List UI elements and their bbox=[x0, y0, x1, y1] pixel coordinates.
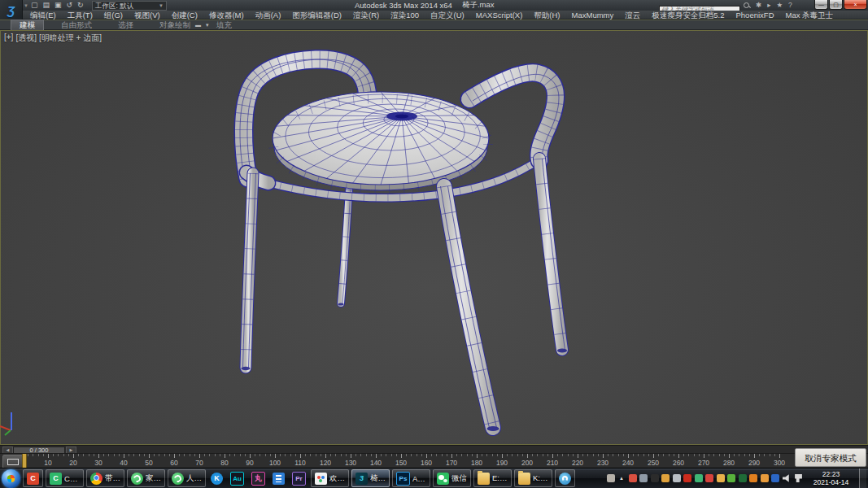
taskbar-button-椅子...[interactable]: 3椅子... bbox=[351, 469, 390, 487]
taskbar-button-带有...[interactable]: 带有... bbox=[86, 469, 124, 487]
timeline-tick bbox=[310, 454, 311, 456]
start-button[interactable] bbox=[2, 469, 20, 488]
clock-date: 2021-04-14 bbox=[809, 478, 853, 486]
timeline-tick bbox=[486, 454, 487, 456]
briefcase-icon[interactable] bbox=[607, 474, 615, 482]
timeline-tick-label: 70 bbox=[190, 459, 208, 467]
menu-item[interactable]: 渲染(R) bbox=[347, 11, 385, 20]
timeline-tick bbox=[638, 454, 639, 456]
ribbon-tab-自由形式[interactable]: 自由形式 bbox=[53, 20, 100, 30]
taskbar-button-label: 欢迎... bbox=[329, 473, 345, 484]
menu-item[interactable]: 组(G) bbox=[98, 11, 129, 20]
wrench-icon[interactable]: ✱ bbox=[756, 0, 761, 11]
wechat-icon bbox=[437, 473, 449, 485]
taskbar-button-欢迎...[interactable]: 欢迎... bbox=[311, 469, 349, 487]
menu-item[interactable]: 编辑(E) bbox=[24, 11, 62, 20]
folder-tray-icon[interactable] bbox=[717, 474, 725, 482]
pdf-icon[interactable] bbox=[683, 474, 691, 482]
menu-item[interactable]: 视图(V) bbox=[129, 11, 166, 20]
gear-icon[interactable] bbox=[639, 474, 648, 482]
ribbon-collapse-icon[interactable]: ▬ ▾ bbox=[195, 22, 210, 28]
black-app-icon[interactable] bbox=[651, 474, 659, 482]
menu-item[interactable]: 帮助(H) bbox=[528, 11, 565, 20]
time-slider-handle[interactable] bbox=[22, 454, 27, 468]
perspective-viewport[interactable]: [+] [透视] [明暗处理 + 边面] bbox=[0, 30, 868, 445]
taskbar-button-K:\录制[interactable]: K:\录制 bbox=[514, 469, 552, 487]
cancel-expert-mode-button[interactable]: 取消专家模式 bbox=[795, 448, 866, 467]
taskbar-button-premiere-icon[interactable]: Pr bbox=[290, 469, 308, 487]
viewport-menu-view[interactable]: [透视] bbox=[15, 33, 37, 44]
workspace-selector[interactable]: 工作区: 默认 ▼ bbox=[92, 1, 167, 11]
menu-item[interactable]: 工具(T) bbox=[62, 11, 98, 20]
ribbon-tab-建模[interactable]: 建模 bbox=[11, 20, 43, 30]
viewport-menu-plus[interactable]: [+] bbox=[4, 33, 13, 44]
potplayer-icon bbox=[559, 473, 571, 485]
orange-app-icon[interactable] bbox=[661, 474, 670, 482]
menu-item[interactable]: 修改器(M) bbox=[203, 11, 250, 20]
minimize-button[interactable]: — bbox=[814, 0, 828, 10]
menu-item[interactable]: 渲染100 bbox=[385, 11, 425, 20]
ball-red-icon[interactable] bbox=[629, 474, 637, 482]
taskbar-clock[interactable]: 22:23 2021-04-14 bbox=[809, 470, 853, 486]
taskbar-button-人民...[interactable]: 人民... bbox=[168, 469, 206, 487]
taskbar-button-E:\古...[interactable]: E:\古... bbox=[473, 469, 512, 487]
menu-item[interactable]: PhoenixFD bbox=[731, 11, 780, 20]
ribbon-tab-对象绘制[interactable]: 对象绘制 bbox=[151, 20, 198, 30]
taskbar-button-media-player-icon[interactable] bbox=[270, 469, 287, 487]
darkgreen-app-icon[interactable] bbox=[739, 474, 747, 482]
taskbar-button-微信[interactable]: 微信 bbox=[433, 469, 471, 487]
new-scene-icon[interactable]: ▢ bbox=[31, 0, 38, 11]
blue-circle-icon[interactable] bbox=[771, 474, 779, 482]
track-bar[interactable]: 1020304050607080901001101201301401501601… bbox=[0, 453, 868, 468]
menu-item[interactable]: MAXScript(X) bbox=[470, 11, 529, 20]
shield-icon[interactable] bbox=[761, 474, 769, 482]
viewport-menu-shading[interactable]: [明暗处理 + 边面] bbox=[39, 33, 102, 44]
ribbon-tab-填充[interactable]: 填充 bbox=[208, 20, 240, 30]
diamond-app-icon[interactable] bbox=[673, 474, 681, 482]
menu-item[interactable]: 动画(A) bbox=[250, 11, 287, 20]
favorites-star-icon[interactable]: ★ bbox=[776, 0, 783, 11]
taskbar-button-Camt...[interactable]: CCamt... bbox=[46, 469, 84, 487]
save-file-icon[interactable]: ▣ bbox=[55, 0, 62, 11]
pen-icon[interactable]: ▸ bbox=[767, 0, 770, 11]
maximize-button[interactable]: ▢ bbox=[829, 0, 843, 10]
taskbar-button-家具...[interactable]: 家具... bbox=[127, 469, 165, 487]
3dsmax-app-button[interactable]: Ʒ bbox=[0, 0, 23, 20]
help-icon[interactable]: ? bbox=[788, 0, 792, 11]
person-red-icon[interactable] bbox=[705, 474, 713, 482]
menu-item[interactable]: 自定义(U) bbox=[425, 11, 470, 20]
menu-item[interactable]: Max 杀毒卫士 bbox=[780, 11, 840, 20]
taskbar-button-kugou-icon[interactable]: K bbox=[208, 469, 225, 487]
timeline-tick-label: 20 bbox=[64, 459, 82, 467]
show-desktop-button[interactable] bbox=[859, 468, 866, 488]
taskbar-button-camtasia-red-icon[interactable]: C bbox=[23, 469, 43, 487]
timeline-tick bbox=[366, 454, 367, 456]
wechat-tray-icon[interactable] bbox=[695, 474, 703, 482]
menu-item[interactable]: 极速瘦身安全归档5.2 bbox=[646, 11, 730, 20]
redo-icon[interactable]: ↻ bbox=[77, 0, 84, 11]
menu-item[interactable]: 创建(C) bbox=[166, 11, 203, 20]
timeline-tick bbox=[154, 454, 155, 456]
timeline-tick-label: 240 bbox=[619, 459, 637, 467]
taskbar-button-wanzi-icon[interactable]: 丸 bbox=[249, 469, 268, 487]
menu-item[interactable]: 图形编辑器(D) bbox=[286, 11, 347, 20]
timeline-ruler[interactable]: 1020304050607080901001101201301401501601… bbox=[0, 454, 789, 468]
stool-wireframe-model[interactable] bbox=[0, 30, 868, 445]
network-icon[interactable] bbox=[794, 474, 803, 482]
taskbar-button-potplayer-icon[interactable] bbox=[555, 469, 575, 487]
show-hidden-icon[interactable]: ▲ bbox=[617, 474, 626, 482]
search-icon[interactable] bbox=[744, 2, 750, 9]
timeline-tick bbox=[316, 454, 316, 456]
timeline-tick bbox=[744, 454, 745, 456]
undo-icon[interactable]: ↺ bbox=[67, 0, 73, 11]
speaker-icon[interactable] bbox=[783, 474, 792, 482]
taskbar-button-Adob...[interactable]: PsAdob... bbox=[392, 469, 430, 487]
menu-item[interactable]: MaxMummy bbox=[566, 11, 620, 20]
ribbon-tab-选择[interactable]: 选择 bbox=[110, 20, 142, 30]
taskbar-button-audition-icon[interactable]: Au bbox=[228, 469, 246, 487]
orange-grid-icon[interactable] bbox=[749, 474, 757, 482]
close-button[interactable]: × bbox=[844, 0, 867, 10]
open-file-icon[interactable]: ▤ bbox=[43, 0, 50, 11]
green-app-icon[interactable] bbox=[727, 474, 735, 482]
menu-item[interactable]: 渲云 bbox=[619, 11, 646, 20]
